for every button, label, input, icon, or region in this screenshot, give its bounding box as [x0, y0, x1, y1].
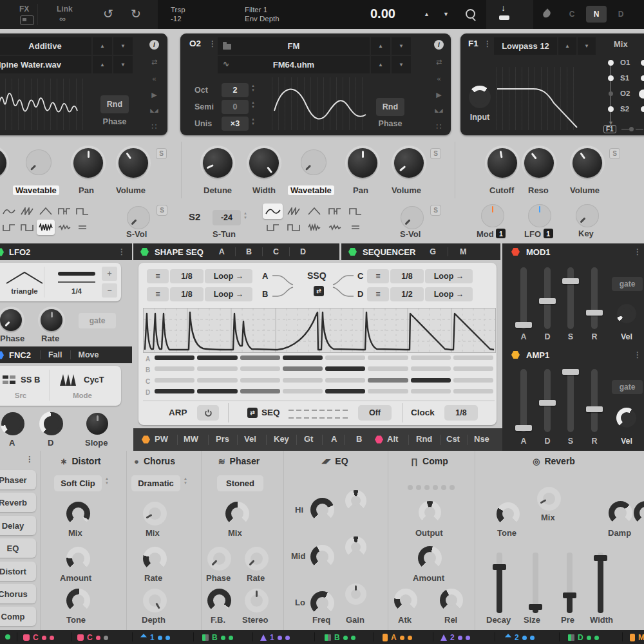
modsrc-cst[interactable]: Cst	[446, 434, 460, 444]
route-dot-edge1[interactable]	[641, 60, 644, 66]
unis-spinner[interactable]: ▲▼	[251, 117, 255, 126]
osc2-detune-knob[interactable]	[203, 148, 232, 178]
undo-button[interactable]: ↺	[103, 6, 113, 21]
wave-pulse-icon[interactable]	[55, 204, 73, 219]
comp-title[interactable]: ∏Comp	[394, 456, 465, 466]
reverb-size-slider[interactable]	[533, 553, 538, 613]
save-tray-icon[interactable]	[499, 15, 509, 20]
f1-tag[interactable]: F1	[603, 125, 616, 133]
chain-icon[interactable]: ∞	[59, 14, 66, 24]
mod1-gate-button[interactable]: gate	[612, 277, 643, 291]
shapeseq-tab-b[interactable]: B	[246, 247, 252, 256]
slot-indicator[interactable]	[5, 634, 10, 639]
eq-title[interactable]: ◢◤EQ	[299, 456, 370, 466]
chorus-rate-knob[interactable]	[143, 547, 167, 571]
mod-slot-5[interactable]: 1	[260, 633, 290, 642]
mod-slot-3[interactable]: 1	[140, 633, 170, 642]
osc1-type-up[interactable]: ▲	[93, 37, 112, 55]
fx-icon[interactable]	[20, 15, 34, 25]
fnc2-tab-fall[interactable]: Fall	[48, 350, 62, 359]
mod-slot-8[interactable]: 2	[440, 633, 470, 642]
mod-slot-1[interactable]: C	[23, 633, 54, 642]
lane-b-bars[interactable]	[155, 366, 493, 371]
comp-atk-knob[interactable]	[394, 589, 417, 612]
modsrc-nse[interactable]: Nse	[474, 434, 489, 444]
modsrc-rnd[interactable]: Rnd	[416, 434, 432, 444]
transpose-label[interactable]: Trsp-12	[171, 5, 185, 23]
wave-dc-icon[interactable]	[346, 220, 366, 235]
wave-noise-icon[interactable]	[304, 220, 324, 235]
shape-display[interactable]	[143, 308, 496, 353]
cutoff-knob[interactable]	[488, 148, 517, 178]
wave-icon[interactable]: ◣◢	[150, 108, 158, 113]
rack-item-chorus[interactable]: Chorus	[0, 584, 36, 603]
lane-c-loop-button[interactable]: Loop →	[425, 269, 473, 283]
semi-spinner[interactable]: ▲▼	[251, 100, 255, 109]
rack-item-phaser[interactable]: Phaser	[0, 470, 36, 489]
info-icon[interactable]: i	[434, 40, 444, 50]
loop-icon[interactable]: ⇄	[436, 58, 442, 66]
flame-icon[interactable]	[542, 8, 552, 19]
save-icon[interactable]: ↓	[501, 3, 506, 13]
lane-d-bars[interactable]	[155, 389, 493, 393]
phaser-title[interactable]: ≋Phaser	[204, 456, 274, 466]
modsrc-key[interactable]: Key	[274, 434, 289, 444]
semi-value[interactable]: 0	[222, 100, 249, 114]
osc2-rnd-button[interactable]: Rnd	[376, 98, 404, 116]
wave-square-icon[interactable]	[346, 204, 366, 219]
wave-icon[interactable]: ◣◢	[435, 108, 442, 113]
lane-a-div-button[interactable]: 1/8	[170, 269, 204, 283]
mod-slot-7[interactable]: A	[383, 633, 412, 642]
eq-lo-gain-knob[interactable]	[345, 583, 366, 605]
phaser-fb-knob[interactable]	[207, 589, 231, 612]
wave-noise2-icon[interactable]	[325, 220, 345, 235]
play-icon[interactable]: ▶	[436, 91, 441, 99]
osc1-rnd-button[interactable]: Rnd	[100, 95, 129, 113]
fnc2-slope-knob[interactable]	[86, 413, 108, 435]
lane-c-div-button[interactable]: 1/8	[390, 269, 424, 283]
sequencer-header[interactable]: SEQUENCER G M	[341, 243, 500, 260]
osc2-cat-down[interactable]: ▼	[392, 37, 411, 55]
wave-sine-icon[interactable]	[0, 204, 18, 219]
modsrc-prs[interactable]: Prs	[216, 434, 229, 444]
rate-plus-button[interactable]: +	[102, 267, 117, 281]
seq-dash-row2[interactable]	[289, 417, 349, 419]
osc1-wavetable-knob[interactable]	[26, 149, 52, 175]
modsrc-alt[interactable]: Alt	[387, 434, 398, 444]
wave-dc-icon[interactable]	[73, 220, 91, 235]
filter-mod-knob[interactable]	[481, 204, 504, 227]
play-icon[interactable]: ▶	[151, 91, 156, 99]
eq-hi-freq-knob[interactable]	[310, 498, 334, 522]
rack-item-comp[interactable]: Comp	[0, 607, 36, 626]
filter-volume-knob[interactable]	[573, 148, 602, 178]
chorus-preset-spinner[interactable]: ▲▼	[184, 477, 187, 486]
redo-button[interactable]: ↻	[131, 6, 141, 21]
reso-knob[interactable]	[524, 148, 554, 178]
comp-output-knob[interactable]	[419, 501, 441, 524]
partial-knob[interactable]	[634, 501, 644, 525]
seq-off-button[interactable]: Off	[358, 405, 392, 421]
rewind-icon[interactable]: «	[437, 75, 440, 82]
shapeseq-tab-c[interactable]: C	[273, 247, 279, 256]
osc1-volume-knob[interactable]	[118, 148, 148, 178]
wave-saw-icon[interactable]	[19, 204, 37, 219]
rate-minus-button[interactable]: −	[102, 283, 117, 298]
lane-d-menu-button[interactable]: ≡	[367, 287, 389, 301]
fnc2-header[interactable]: FNC2 Fall Move	[0, 346, 132, 363]
phaser-phase-knob[interactable]	[207, 547, 231, 571]
eq-lo-freq-knob[interactable]	[310, 591, 334, 615]
wave-tri-icon[interactable]	[304, 204, 324, 219]
filter-type-dropdown[interactable]: Lowpass 12	[494, 37, 557, 55]
lane-c-bars[interactable]	[155, 378, 493, 383]
grid-icon[interactable]: ∷	[436, 122, 441, 131]
route-mid-dot[interactable]	[629, 127, 634, 131]
lane-a-bars[interactable]	[155, 355, 493, 360]
lfo2-header[interactable]: LFO2 ⋮	[0, 243, 132, 260]
lfo2-shape-label[interactable]: triangle	[0, 287, 49, 295]
wave-tri-icon[interactable]	[37, 204, 55, 219]
reverb-tone-knob[interactable]	[497, 502, 520, 526]
reverb-title[interactable]: ◎Reverb	[518, 456, 589, 466]
wave-pulse-icon[interactable]	[325, 204, 345, 219]
wave-pulse2-icon[interactable]	[283, 220, 303, 235]
modsrc-a[interactable]: A	[331, 434, 337, 444]
